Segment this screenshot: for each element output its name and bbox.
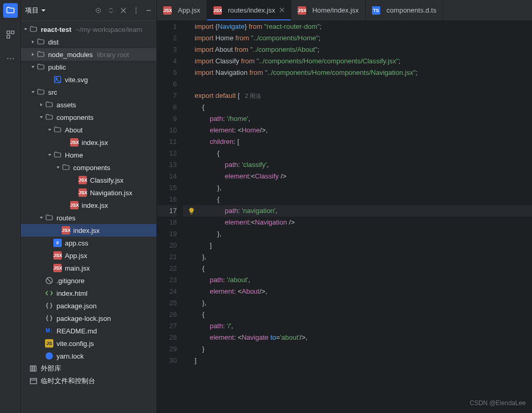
code-line[interactable]: element: <About/>, <box>195 286 532 297</box>
tree-row[interactable]: dist <box>21 36 156 48</box>
collapse-icon[interactable] <box>120 7 127 14</box>
code-editor[interactable]: 1234567891011121314151617181920212223242… <box>157 21 532 413</box>
tree-row[interactable]: routes <box>21 211 156 224</box>
code-line[interactable]: element: <Navigate to='about'/>, <box>195 332 532 343</box>
code-content[interactable]: import {Navigate} from "react-router-dom… <box>183 21 532 413</box>
tree-row[interactable]: package-lock.json <box>21 312 156 325</box>
tree-row[interactable]: vite.svg <box>21 73 156 86</box>
tree-label: Classify.jsx <box>90 176 123 184</box>
tree-row[interactable]: JSXApp.jsx <box>21 249 156 262</box>
hide-icon[interactable] <box>145 7 152 14</box>
tree-row[interactable]: Home <box>21 149 156 161</box>
editor-tab[interactable]: JSXApp.jsx <box>157 0 207 20</box>
tree-row[interactable]: yarn.lock <box>21 350 156 362</box>
line-number: 30 <box>157 355 177 366</box>
line-number: 22 <box>157 263 177 274</box>
html-icon <box>45 289 53 297</box>
code-line[interactable]: import {Navigate} from "react-router-dom… <box>195 21 532 32</box>
line-gutter: 1234567891011121314151617181920212223242… <box>157 21 183 413</box>
tree-row[interactable]: M↓README.md <box>21 325 156 337</box>
project-view-button[interactable] <box>3 3 18 18</box>
code-line[interactable]: path: 'navigation', <box>183 205 532 217</box>
svg-point-12 <box>56 78 58 80</box>
jsx-icon: JSX <box>70 138 78 147</box>
tree-label: app.css <box>65 239 88 247</box>
code-line[interactable]: }, <box>195 182 532 194</box>
expand-icon[interactable] <box>107 7 115 14</box>
code-line[interactable]: { <box>195 263 532 274</box>
code-line[interactable]: path: 'classify', <box>195 159 532 171</box>
tree-row[interactable]: src <box>21 86 156 98</box>
code-line[interactable]: element:<Classify /> <box>195 171 532 182</box>
tree-row[interactable]: JSXindex.jsx <box>21 136 156 149</box>
tree-row[interactable]: .gitignore <box>21 274 156 287</box>
code-line[interactable]: { <box>195 102 532 113</box>
tree-row[interactable]: components <box>21 161 156 174</box>
code-line[interactable]: import Classify from "../components/Home… <box>195 55 532 67</box>
tab-label: App.jsx <box>178 6 200 14</box>
code-line[interactable]: path: '/about', <box>195 274 532 286</box>
tree-row[interactable]: 外部库 <box>21 362 156 375</box>
tree-label: main.jsx <box>65 264 90 272</box>
code-line[interactable]: { <box>195 309 532 320</box>
svg-point-3 <box>7 58 8 59</box>
tree-label: components <box>56 114 94 121</box>
options-icon[interactable] <box>132 7 140 14</box>
code-line[interactable]: } <box>195 343 532 355</box>
code-line[interactable]: }, <box>195 251 532 263</box>
tree-row[interactable]: JSvite.config.js <box>21 337 156 350</box>
close-icon[interactable] <box>279 6 285 14</box>
svg-point-9 <box>135 9 137 10</box>
tree-row[interactable]: node_moduleslibrary root <box>21 48 156 61</box>
lightbulb-icon[interactable] <box>187 207 196 215</box>
editor-tab[interactable]: JSXHome/index.jsx <box>291 0 366 20</box>
tree-row[interactable]: JSXindex.jsx <box>21 199 156 211</box>
code-line[interactable]: import Navigation from "../components/Ho… <box>195 67 532 79</box>
tree-row[interactable]: 临时文件和控制台 <box>21 375 156 387</box>
code-line[interactable]: }, <box>195 297 532 309</box>
code-line[interactable]: { <box>195 194 532 205</box>
tree-row[interactable]: index.html <box>21 287 156 299</box>
code-line[interactable]: element:<Navigation /> <box>195 217 532 228</box>
code-line[interactable]: ] <box>195 355 532 366</box>
tree-row[interactable]: assets <box>21 98 156 111</box>
more-views-button[interactable] <box>3 51 18 66</box>
sidebar-title[interactable]: 项目 <box>25 6 46 15</box>
tree-label: package.json <box>56 302 97 310</box>
code-line[interactable]: ] <box>195 240 532 251</box>
tree-row[interactable]: public <box>21 61 156 73</box>
code-line[interactable]: }, <box>195 228 532 240</box>
code-line[interactable]: element: <Home/>, <box>195 125 532 136</box>
tab-label: Home/index.jsx <box>312 6 359 14</box>
code-line[interactable]: path: '/home', <box>195 113 532 125</box>
line-number: 19 <box>157 228 177 240</box>
code-line[interactable]: path: '/', <box>195 320 532 332</box>
folder-icon <box>29 25 38 34</box>
line-number: 16 <box>157 194 177 205</box>
tree-row[interactable]: package.json <box>21 299 156 312</box>
code-line[interactable]: children: [ <box>195 136 532 148</box>
tree-row[interactable]: JSXClassify.jsx <box>21 174 156 186</box>
tree-row-root[interactable]: react-test~/my-workspace/learn <box>21 23 156 36</box>
tree-row[interactable]: JSXindex.jsx <box>21 224 156 237</box>
line-number: 7 <box>157 90 177 102</box>
tree-row[interactable]: About <box>21 124 156 136</box>
editor-tab[interactable]: JSXroutes/index.jsx <box>207 0 291 20</box>
code-line[interactable] <box>195 79 532 90</box>
folder-icon <box>53 126 62 134</box>
code-line[interactable]: import About from "../components/About"; <box>195 44 532 55</box>
tree-label: index.jsx <box>82 202 108 209</box>
tree-row[interactable]: components <box>21 111 156 124</box>
locate-icon[interactable] <box>95 7 102 14</box>
folder-icon <box>37 50 45 59</box>
code-line[interactable]: { <box>195 148 532 159</box>
code-line[interactable]: import Home from "../components/Home"; <box>195 32 532 44</box>
file-tree[interactable]: react-test~/my-workspace/learndistnode_m… <box>21 21 156 413</box>
tree-row[interactable]: JSXNavigation.jsx <box>21 186 156 199</box>
structure-view-button[interactable] <box>3 27 18 42</box>
tree-label: assets <box>56 101 76 109</box>
editor-tab[interactable]: TScomponents.d.ts <box>366 0 443 20</box>
code-line[interactable]: export default [ 2 用法 <box>195 90 532 102</box>
tree-row[interactable]: JSXmain.jsx <box>21 262 156 274</box>
tree-row[interactable]: #app.css <box>21 237 156 249</box>
